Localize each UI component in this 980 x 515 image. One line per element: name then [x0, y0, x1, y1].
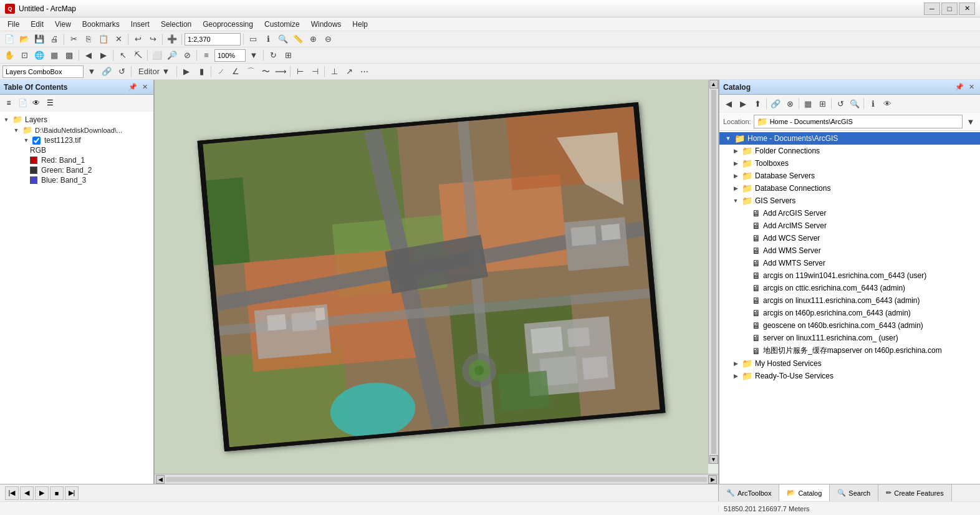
delete-button[interactable]: ✕: [112, 32, 125, 46]
menu-windows[interactable]: Windows: [306, 19, 347, 30]
catalog-refresh-button[interactable]: ↺: [833, 97, 847, 110]
cat-item-server-linux111[interactable]: ▶ 🖥 server on linux111.esrichina.com_ (u…: [719, 332, 980, 344]
select-by-rect-button[interactable]: ⬜: [150, 49, 164, 62]
add-data-button[interactable]: ➕: [165, 32, 179, 46]
pan-button[interactable]: ✋: [2, 49, 16, 62]
cat-item-add-arcgis[interactable]: ▶ 🖥 Add ArcGIS Server: [719, 207, 980, 219]
layer-path-expand-icon[interactable]: ▼: [12, 127, 20, 134]
split-button[interactable]: ⊢: [293, 65, 307, 79]
menu-edit[interactable]: Edit: [26, 19, 49, 30]
mirror-button[interactable]: ⊣: [308, 65, 322, 79]
toc-layer-file[interactable]: ▼ test1123.tif: [22, 135, 151, 145]
cat-item-db-servers[interactable]: ▶ 📁 Database Servers: [719, 170, 980, 182]
cat-item-add-arcims[interactable]: ▶ 🖥 Add ArcIMS Server: [719, 219, 980, 232]
vscroll-thumb[interactable]: [711, 90, 716, 454]
print-button[interactable]: 🖨: [47, 32, 61, 46]
sketch-angle-button[interactable]: ∠: [229, 65, 243, 79]
tab-catalog[interactable]: 📂 Catalog: [779, 484, 830, 502]
layer-file-expand-icon[interactable]: ▼: [22, 137, 30, 144]
close-button[interactable]: ✕: [959, 2, 975, 15]
vscroll-down-arrow[interactable]: ▼: [709, 455, 718, 464]
link-button[interactable]: 🔗: [100, 65, 113, 79]
georef-button[interactable]: ⊞: [281, 49, 295, 62]
tab-search[interactable]: 🔍 Search: [830, 484, 878, 502]
rotate-button[interactable]: ↻: [266, 49, 280, 62]
toolboxes-expand-icon[interactable]: ▶: [732, 160, 739, 167]
folder-conn-expand-icon[interactable]: ▶: [732, 147, 739, 155]
cat-item-ditu-t460p[interactable]: ▶ 🖥 地图切片服务_缓存mapserver on t460p.esrichin…: [719, 344, 980, 357]
sketch-arc-button[interactable]: ⌒: [244, 65, 257, 79]
cat-item-toolboxes[interactable]: ▶ 📁 Toolboxes: [719, 157, 980, 170]
catalog-table-view[interactable]: ▦: [801, 97, 815, 110]
zoom-percent-input[interactable]: [214, 49, 246, 62]
measure-button[interactable]: 📏: [291, 32, 305, 46]
maximize-button[interactable]: □: [941, 2, 958, 15]
sketch-line-button[interactable]: ⟋: [214, 65, 228, 79]
tab-arctoolbox[interactable]: 🔧 ArcToolbox: [719, 484, 779, 502]
edit-tool-button[interactable]: ⛏: [131, 49, 145, 62]
find-button[interactable]: 🔍: [276, 32, 290, 46]
cat-item-add-wmts[interactable]: ▶ 🖥 Add WMTS Server: [719, 257, 980, 269]
vscroll-up-arrow[interactable]: ▲: [709, 80, 718, 89]
catalog-thumbnail-view[interactable]: ⊞: [815, 97, 829, 110]
identify-button[interactable]: ℹ: [261, 32, 275, 46]
back-extent-button[interactable]: ◀: [82, 49, 95, 62]
toc-pin-button[interactable]: 📌: [128, 82, 138, 92]
mouse-pointer-button[interactable]: ↖: [116, 49, 130, 62]
catalog-up-button[interactable]: ⬆: [751, 97, 764, 110]
toc-list-by-source[interactable]: 📄: [16, 97, 29, 109]
location-dropdown-button[interactable]: ▼: [965, 115, 976, 128]
sketch-freehand-button[interactable]: 〜: [259, 65, 272, 79]
editor-dropdown-button[interactable]: Editor ▼: [134, 65, 174, 79]
paste-button[interactable]: 📋: [97, 32, 110, 46]
zoom-pct-button[interactable]: ▼: [247, 49, 261, 62]
layers-combobox-dropdown[interactable]: ▼: [85, 65, 98, 79]
db-conn-expand-icon[interactable]: ▶: [732, 185, 739, 192]
toc-list-by-draw-order[interactable]: ≡: [2, 97, 15, 109]
nav-stop-button[interactable]: ■: [50, 486, 64, 500]
home-expand-icon[interactable]: ▼: [724, 135, 732, 142]
nav-end-button[interactable]: ▶|: [65, 486, 79, 500]
toc-layers-group[interactable]: ▼ 📁 Layers: [2, 114, 151, 125]
cat-item-arcgis-cttic[interactable]: ▶ 🖥 arcgis on cttic.esrichina.com_6443 (…: [719, 282, 980, 294]
toc-layer-path[interactable]: ▼ 📁 D:\BaiduNetdiskDownload\...: [12, 125, 151, 135]
sketch-tangent-button[interactable]: ⟿: [274, 65, 287, 79]
catalog-location-input[interactable]: 📁 Home - Documents\ArcGIS: [754, 115, 963, 128]
clear-selection-button[interactable]: ⊘: [180, 49, 194, 62]
hscroll-right-arrow[interactable]: ▶: [708, 475, 717, 484]
zoom-in-button[interactable]: ⊕: [306, 32, 320, 46]
forward-extent-button[interactable]: ▶: [97, 49, 110, 62]
minimize-button[interactable]: ─: [924, 2, 940, 15]
nav-prev-button[interactable]: ◀: [20, 486, 34, 500]
layers-expand-icon[interactable]: ▼: [2, 116, 10, 123]
map-vscroll[interactable]: ▲ ▼: [708, 80, 718, 464]
undo-button[interactable]: ↩: [131, 32, 145, 46]
map-hscroll[interactable]: ◀ ▶: [155, 474, 718, 484]
toolbar-more-button[interactable]: ⋯: [357, 65, 371, 79]
scale-input[interactable]: [185, 33, 241, 46]
cat-item-home[interactable]: ▼ 📁 Home - Documents\ArcGIS: [719, 132, 980, 145]
catalog-close-button[interactable]: ✕: [966, 82, 976, 92]
toc-list-by-selection[interactable]: ☰: [44, 97, 56, 109]
hscroll-left-arrow[interactable]: ◀: [156, 475, 165, 484]
cat-item-ready-to-use[interactable]: ▶ 📁 Ready-To-Use Services: [719, 370, 980, 382]
my-hosted-expand-icon[interactable]: ▶: [732, 360, 739, 367]
cut-button[interactable]: ✂: [67, 32, 80, 46]
layer-visibility-checkbox[interactable]: [32, 137, 41, 145]
toc-list-by-visibility[interactable]: 👁: [30, 97, 42, 109]
zoom-out-button[interactable]: ⊖: [321, 32, 335, 46]
menu-file[interactable]: File: [2, 19, 24, 30]
menu-selection[interactable]: Selection: [156, 19, 196, 30]
toc-close-button[interactable]: ✕: [140, 82, 150, 92]
zoom-selection-button[interactable]: ▩: [62, 49, 76, 62]
catalog-connect-folder[interactable]: 🔗: [769, 97, 782, 110]
cat-item-arcgis-119[interactable]: ▶ 🖥 arcgis on 119win1041.esrichina.com_6…: [719, 269, 980, 282]
menu-insert[interactable]: Insert: [126, 19, 155, 30]
nav-play-button[interactable]: ▶: [35, 486, 49, 500]
select-features-button[interactable]: ▭: [246, 32, 260, 46]
menu-view[interactable]: View: [50, 19, 76, 30]
full-extent-button[interactable]: 🌐: [32, 49, 46, 62]
refresh-button[interactable]: ↺: [115, 65, 128, 79]
ready-to-use-expand-icon[interactable]: ▶: [732, 372, 739, 380]
map-area[interactable]: [155, 80, 708, 474]
